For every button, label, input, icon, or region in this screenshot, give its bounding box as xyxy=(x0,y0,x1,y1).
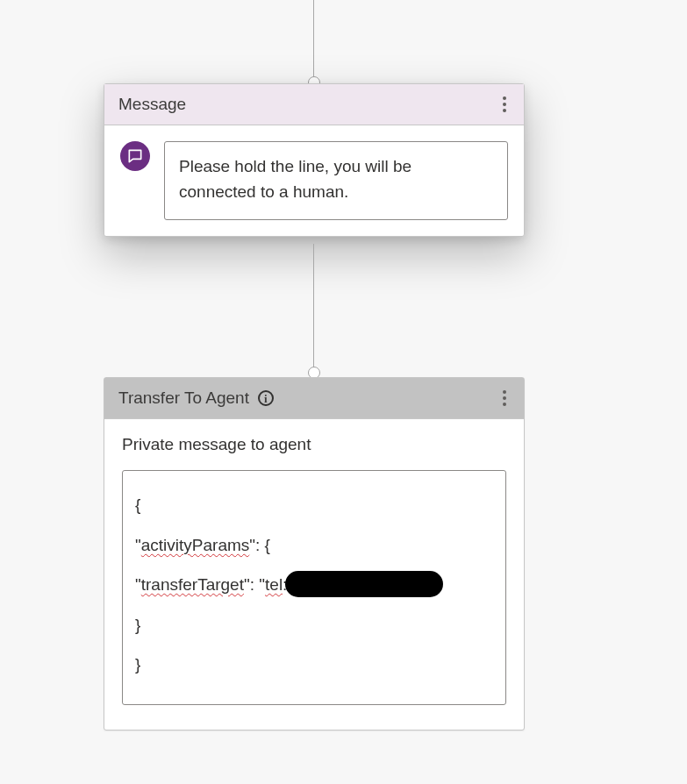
message-text-input[interactable]: Please hold the line, you will be connec… xyxy=(164,141,508,220)
code-line: "activityParams": { xyxy=(135,525,493,566)
redacted-value xyxy=(285,571,443,597)
message-node-header[interactable]: Message xyxy=(104,84,524,125)
message-node-body: Please hold the line, you will be connec… xyxy=(104,125,524,236)
transfer-node-body: Private message to agent { "activityPara… xyxy=(104,419,524,730)
node-title: Transfer To Agent xyxy=(118,388,249,408)
transfer-node[interactable]: Transfer To Agent i Private message to a… xyxy=(104,377,525,731)
more-actions-button[interactable] xyxy=(499,93,510,116)
field-label: Private message to agent xyxy=(122,435,506,454)
more-actions-button[interactable] xyxy=(499,387,510,410)
code-line: { xyxy=(135,485,493,525)
code-line: } xyxy=(135,645,493,685)
connector-line xyxy=(313,244,314,374)
info-icon[interactable]: i xyxy=(258,390,274,406)
connector-line xyxy=(313,0,314,83)
chat-bubble-icon xyxy=(120,141,150,171)
private-message-input[interactable]: { "activityParams": { "transferTarget": … xyxy=(122,470,506,705)
code-line: "transferTarget": "tel: xyxy=(135,565,493,605)
flow-canvas[interactable]: Message Please hold the line, you will b… xyxy=(0,0,687,784)
message-text: Please hold the line, you will be connec… xyxy=(179,157,411,201)
code-line: } xyxy=(135,605,493,645)
node-title: Message xyxy=(118,95,186,114)
transfer-node-header[interactable]: Transfer To Agent i xyxy=(104,378,524,419)
message-node[interactable]: Message Please hold the line, you will b… xyxy=(104,83,525,237)
